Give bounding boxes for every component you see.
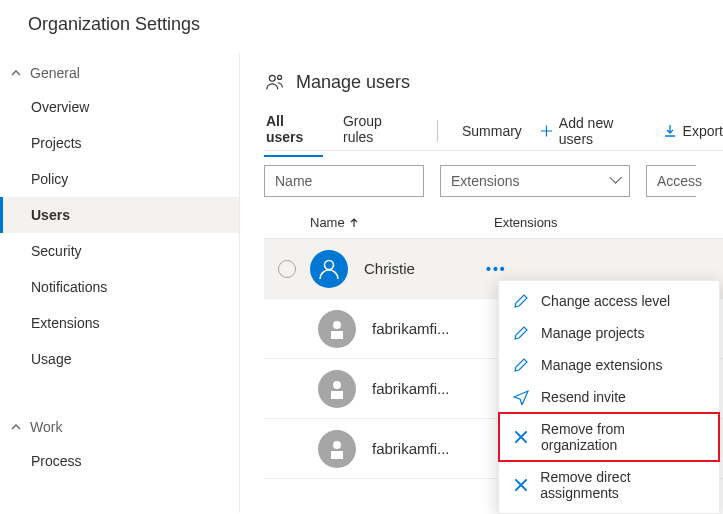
add-new-users-action[interactable]: Add new users <box>540 115 645 147</box>
svg-point-3 <box>333 321 341 329</box>
download-icon <box>663 124 677 138</box>
svg-rect-6 <box>331 391 343 399</box>
pencil-icon <box>513 293 529 309</box>
menu-item-manage-projects[interactable]: Manage projects <box>499 317 719 349</box>
page-title: Organization Settings <box>0 0 723 53</box>
avatar <box>310 250 348 288</box>
avatar <box>318 310 356 348</box>
context-menu: Change access level Manage projects Mana… <box>498 280 720 514</box>
avatar <box>318 430 356 468</box>
person-placeholder-icon <box>325 317 349 341</box>
tab-all-users[interactable]: All users <box>264 105 323 157</box>
menu-item-change-access[interactable]: Change access level <box>499 285 719 317</box>
pencil-icon <box>513 357 529 373</box>
column-extensions[interactable]: Extensions <box>494 215 558 230</box>
svg-point-5 <box>333 381 341 389</box>
section-header: Manage users <box>264 71 723 93</box>
column-headers: Name Extensions <box>264 207 723 239</box>
user-name-cell: fabrikamfi... <box>372 320 490 337</box>
section-title: Manage users <box>296 72 410 93</box>
avatar <box>318 370 356 408</box>
plus-icon <box>540 124 553 138</box>
person-placeholder-icon <box>325 377 349 401</box>
export-label: Export <box>683 123 723 139</box>
user-name-cell: Christie <box>364 260 482 277</box>
add-users-label: Add new users <box>559 115 645 147</box>
summary-action[interactable]: Summary <box>462 123 522 139</box>
sidebar-item-policy[interactable]: Policy <box>0 161 239 197</box>
sidebar-group-label: General <box>30 65 80 81</box>
person-placeholder-icon <box>325 437 349 461</box>
chevron-up-icon <box>10 67 22 79</box>
extensions-filter-select[interactable]: Extensions <box>440 165 630 197</box>
menu-item-remove-from-org[interactable]: Remove from organization <box>499 413 719 461</box>
menu-item-resend-invite[interactable]: Resend invite <box>499 381 719 413</box>
sidebar-item-overview[interactable]: Overview <box>0 89 239 125</box>
export-action[interactable]: Export <box>663 123 723 139</box>
tab-bar: All users Group rules Summary Add new us… <box>264 111 723 151</box>
divider <box>437 120 438 142</box>
row-select-radio[interactable] <box>278 260 296 278</box>
user-name-cell: fabrikamfi... <box>372 380 490 397</box>
sidebar: General Overview Projects Policy Users S… <box>0 53 240 513</box>
svg-point-1 <box>278 75 282 79</box>
sidebar-group-general[interactable]: General <box>0 57 239 89</box>
sidebar-item-usage[interactable]: Usage <box>0 341 239 377</box>
person-icon <box>317 257 341 281</box>
sidebar-item-extensions[interactable]: Extensions <box>0 305 239 341</box>
sidebar-item-security[interactable]: Security <box>0 233 239 269</box>
sidebar-group-label: Work <box>30 419 62 435</box>
sidebar-item-projects[interactable]: Projects <box>0 125 239 161</box>
svg-rect-8 <box>331 451 343 459</box>
column-name[interactable]: Name <box>310 215 494 230</box>
sidebar-group-work[interactable]: Work <box>0 411 239 443</box>
sidebar-item-users[interactable]: Users <box>0 197 239 233</box>
tab-group-rules[interactable]: Group rules <box>341 105 413 157</box>
svg-point-7 <box>333 441 341 449</box>
svg-point-0 <box>269 75 275 81</box>
sort-asc-icon <box>349 218 359 228</box>
x-icon <box>513 477 528 493</box>
chevron-down-icon <box>607 175 619 187</box>
access-filter-select[interactable]: Access <box>646 165 696 197</box>
users-icon <box>264 71 286 93</box>
sidebar-item-notifications[interactable]: Notifications <box>0 269 239 305</box>
x-icon <box>513 429 529 445</box>
svg-point-2 <box>325 260 334 269</box>
name-filter-input[interactable]: Name <box>264 165 424 197</box>
row-more-actions[interactable]: ••• <box>482 261 507 277</box>
sidebar-item-process[interactable]: Process <box>0 443 239 479</box>
menu-item-manage-extensions[interactable]: Manage extensions <box>499 349 719 381</box>
menu-item-remove-direct-assign[interactable]: Remove direct assignments <box>499 461 719 509</box>
pencil-icon <box>513 325 529 341</box>
svg-rect-4 <box>331 331 343 339</box>
send-icon <box>513 389 529 405</box>
chevron-up-icon <box>10 421 22 433</box>
user-name-cell: fabrikamfi... <box>372 440 490 457</box>
filter-row: Name Extensions Access <box>264 151 723 207</box>
